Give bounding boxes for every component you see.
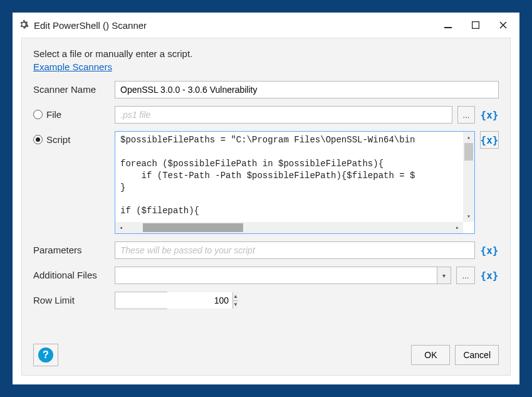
scanner-name-label: Scanner Name bbox=[33, 81, 108, 95]
file-radio[interactable] bbox=[33, 110, 43, 119]
chevron-down-icon[interactable]: ▾ bbox=[437, 267, 451, 283]
script-radio-label: Script bbox=[46, 134, 70, 145]
script-textarea[interactable]: $possibleFilePaths = "C:\Program Files\O… bbox=[115, 131, 475, 234]
svg-rect-1 bbox=[472, 22, 479, 29]
additional-files-value[interactable] bbox=[115, 267, 437, 283]
script-text[interactable]: $possibleFilePaths = "C:\Program Files\O… bbox=[115, 132, 474, 233]
scroll-right-icon[interactable]: ▸ bbox=[452, 222, 463, 233]
minimize-button[interactable] bbox=[434, 16, 462, 34]
dialog-body: Select a file or manually enter a script… bbox=[21, 38, 511, 376]
file-path-input[interactable] bbox=[115, 106, 452, 124]
file-variable-button[interactable]: {x} bbox=[480, 106, 499, 124]
row-limit-up-icon[interactable]: ▲ bbox=[233, 292, 238, 300]
additional-files-label: Additional Files bbox=[33, 267, 108, 280]
window-title: Edit PowerShell () Scanner bbox=[34, 20, 147, 31]
scroll-down-icon[interactable]: ▾ bbox=[463, 211, 474, 222]
scanner-name-input[interactable] bbox=[115, 81, 499, 98]
script-hscrollbar[interactable]: ◂ ▸ bbox=[115, 222, 463, 233]
additional-files-browse-button[interactable]: ... bbox=[456, 267, 475, 284]
file-browse-button[interactable]: ... bbox=[457, 106, 475, 124]
script-vscrollbar[interactable]: ▴ ▾ bbox=[463, 132, 474, 222]
gear-icon bbox=[19, 19, 29, 31]
titlebar: Edit PowerShell () Scanner bbox=[13, 13, 519, 38]
cancel-button[interactable]: Cancel bbox=[455, 345, 499, 365]
parameters-variable-button[interactable]: {x} bbox=[480, 241, 499, 259]
help-button[interactable]: ? bbox=[33, 344, 58, 366]
file-radio-label: File bbox=[46, 109, 61, 120]
scroll-left-icon[interactable]: ◂ bbox=[115, 222, 127, 233]
svg-rect-0 bbox=[444, 27, 452, 28]
help-icon: ? bbox=[38, 347, 53, 363]
row-limit-input[interactable] bbox=[115, 292, 232, 309]
script-variable-button[interactable]: {x} bbox=[480, 131, 499, 149]
example-scanners-link[interactable]: Example Scanners bbox=[33, 61, 499, 72]
additional-files-variable-button[interactable]: {x} bbox=[480, 267, 499, 284]
instruction-text: Select a file or manually enter a script… bbox=[33, 48, 499, 59]
close-button[interactable] bbox=[489, 16, 517, 34]
maximize-button[interactable] bbox=[462, 16, 489, 34]
scroll-up-icon[interactable]: ▴ bbox=[463, 132, 474, 143]
row-limit-spinner[interactable]: ▲ ▼ bbox=[115, 292, 167, 309]
hscroll-thumb[interactable] bbox=[143, 223, 243, 232]
parameters-label: Parameters bbox=[33, 241, 108, 255]
ok-button[interactable]: OK bbox=[411, 345, 450, 365]
row-limit-label: Row Limit bbox=[33, 292, 108, 305]
script-radio[interactable] bbox=[33, 135, 43, 144]
vscroll-thumb[interactable] bbox=[464, 143, 473, 161]
dialog-window: Edit PowerShell () Scanner Select a file… bbox=[13, 13, 519, 384]
additional-files-combo[interactable]: ▾ bbox=[115, 267, 451, 284]
row-limit-down-icon[interactable]: ▼ bbox=[233, 300, 238, 309]
parameters-input[interactable] bbox=[115, 241, 475, 259]
